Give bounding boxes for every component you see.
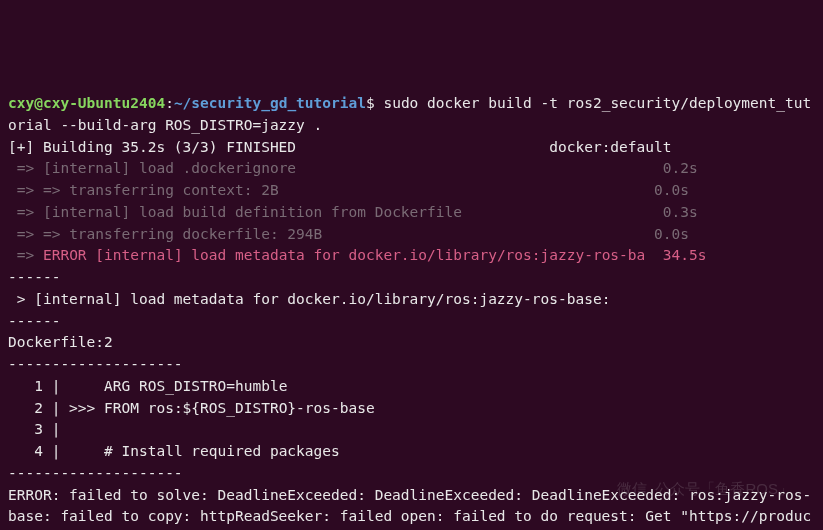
error-step-time: 34.5s: [663, 247, 707, 263]
dockerfile-label: Dockerfile:2: [8, 334, 113, 350]
terminal-output[interactable]: cxy@cxy-Ubuntu2404:~/security_gd_tutoria…: [8, 93, 815, 530]
prompt-user: cxy: [8, 95, 34, 111]
step-time: 0.0s: [654, 182, 689, 198]
step-pad: [462, 204, 663, 220]
error-step-text: ERROR [internal] load metadata for docke…: [43, 247, 645, 263]
prompt-host: cxy-Ubuntu2404: [43, 95, 165, 111]
step-text: [internal] load build definition from Do…: [43, 204, 462, 220]
dockerfile-line-4: 4 | # Install required packages: [8, 443, 340, 459]
step-pad: [296, 160, 663, 176]
build-status-right: docker:default: [549, 139, 671, 155]
step-pad: [322, 226, 654, 242]
step-text: [internal] load .dockerignore: [43, 160, 296, 176]
dockerfile-line-3: 3 |: [8, 421, 104, 437]
prompt-path: ~/security_gd_tutorial: [174, 95, 366, 111]
build-status-spacer: [296, 139, 549, 155]
step-arrow: => =>: [8, 182, 69, 198]
step-arrow: =>: [8, 204, 43, 220]
prompt-colon: :: [165, 95, 174, 111]
prompt-symbol: $: [366, 95, 375, 111]
internal-load-line: > [internal] load metadata for docker.io…: [8, 291, 610, 307]
error-step-arrow: =>: [8, 247, 43, 263]
step-time: 0.3s: [663, 204, 698, 220]
prompt-at: @: [34, 95, 43, 111]
dockerfile-dash-top: --------------------: [8, 356, 183, 372]
dockerfile-line-1: 1 | ARG ROS_DISTRO=humble: [8, 378, 287, 394]
dashes: ------: [8, 269, 60, 285]
step-arrow: =>: [8, 160, 43, 176]
build-status-left: [+] Building 35.2s (3/3) FINISHED: [8, 139, 296, 155]
step-time: 0.0s: [654, 226, 689, 242]
error-step-pad: [645, 247, 662, 263]
step-time: 0.2s: [663, 160, 698, 176]
dashes: ------: [8, 313, 60, 329]
error-message: ERROR: failed to solve: DeadlineExceeded…: [8, 487, 811, 531]
step-text: transferring context: 2B: [69, 182, 279, 198]
step-arrow: => =>: [8, 226, 69, 242]
dockerfile-dash-bot: --------------------: [8, 465, 183, 481]
dockerfile-line-2: 2 | >>> FROM ros:${ROS_DISTRO}-ros-base: [8, 400, 375, 416]
step-text: transferring dockerfile: 294B: [69, 226, 322, 242]
step-pad: [279, 182, 654, 198]
